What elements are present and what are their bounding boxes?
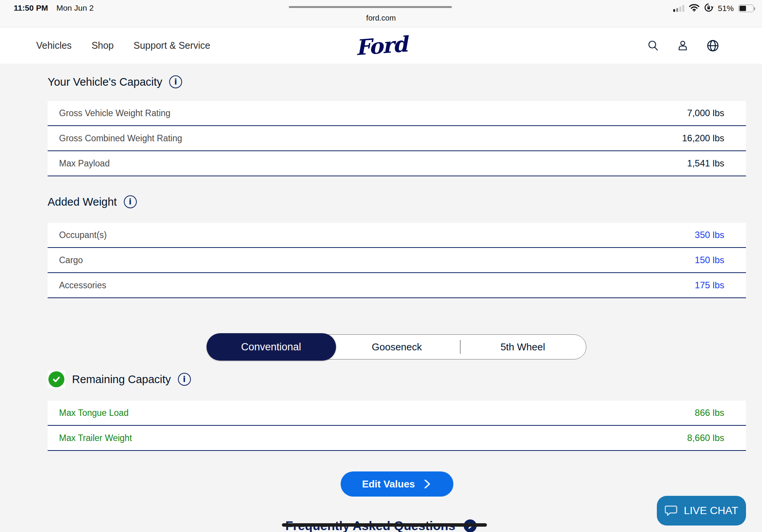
row-value-link[interactable]: 350 lbs — [695, 230, 724, 240]
vehicle-capacity-header: Your Vehicle's Capacity i — [48, 74, 746, 89]
row-value: 8,660 lbs — [687, 433, 724, 443]
status-time: 11:50 PM — [14, 3, 48, 13]
wifi-icon — [689, 3, 700, 13]
row-label: Max Tongue Load — [59, 408, 128, 418]
row-value-link[interactable]: 150 lbs — [695, 255, 724, 265]
row-value: 866 lbs — [695, 407, 724, 418]
chevron-right-icon — [423, 479, 432, 489]
remaining-capacity-table: Max Tongue Load 866 lbs Max Trailer Weig… — [48, 401, 746, 451]
status-icons: 51% — [673, 3, 754, 14]
battery-percent: 51% — [718, 4, 734, 13]
nav-item-shop[interactable]: Shop — [91, 40, 114, 51]
address-bar[interactable]: ford.com — [0, 14, 762, 22]
success-check-icon — [48, 371, 65, 388]
toggle-option-5th-wheel[interactable]: 5th Wheel — [460, 335, 586, 359]
remaining-capacity-header: Remaining Capacity i — [48, 371, 746, 388]
row-label: Cargo — [59, 255, 83, 265]
table-row: Max Tongue Load 866 lbs — [48, 401, 746, 426]
battery-icon — [738, 5, 754, 12]
row-label: Occupant(s) — [59, 230, 107, 240]
status-time-date: 11:50 PM Mon Jun 2 — [14, 3, 94, 13]
vehicle-capacity-title: Your Vehicle's Capacity — [48, 74, 162, 89]
vehicle-capacity-table: Gross Vehicle Weight Rating 7,000 lbs Gr… — [48, 101, 746, 176]
table-row: Gross Vehicle Weight Rating 7,000 lbs — [48, 101, 746, 126]
table-row: Accessories 175 lbs — [48, 273, 746, 298]
tab-drag-handle[interactable] — [289, 6, 452, 8]
info-icon[interactable]: i — [124, 195, 137, 208]
toggle-option-gooseneck[interactable]: Gooseneck — [334, 335, 460, 359]
site-navbar: Vehicles Shop Support & Service Ford — [0, 27, 762, 64]
chat-bubble-icon — [665, 505, 679, 517]
row-value: 16,200 lbs — [682, 133, 724, 144]
row-value: 1,541 lbs — [687, 158, 724, 169]
row-value-link[interactable]: 175 lbs — [695, 280, 724, 291]
added-weight-title: Added Weight — [48, 194, 117, 209]
table-row: Cargo 150 lbs — [48, 248, 746, 273]
row-label: Max Payload — [59, 158, 110, 169]
account-icon[interactable] — [677, 40, 689, 52]
edit-values-button[interactable]: Edit Values — [341, 471, 453, 497]
row-label: Gross Combined Weight Rating — [59, 133, 182, 144]
nav-icons — [647, 27, 719, 64]
table-row: Max Trailer Weight 8,660 lbs — [48, 426, 746, 451]
row-label: Max Trailer Weight — [59, 433, 132, 443]
row-label: Gross Vehicle Weight Rating — [59, 108, 170, 118]
faq-divider-line — [282, 523, 487, 527]
toggle-divider — [460, 340, 461, 354]
nav-item-vehicles[interactable]: Vehicles — [36, 40, 72, 51]
safari-top-bar: 11:50 PM Mon Jun 2 ford.com 51% — [0, 0, 762, 27]
page-content: Your Vehicle's Capacity i Gross Vehicle … — [48, 64, 746, 497]
table-row: Gross Combined Weight Rating 16,200 lbs — [48, 126, 746, 151]
globe-icon[interactable] — [706, 39, 719, 52]
live-chat-button[interactable]: LIVE CHAT — [657, 496, 746, 526]
cellular-signal-icon — [673, 5, 684, 12]
table-row: Max Payload 1,541 lbs — [48, 151, 746, 176]
row-value: 7,000 lbs — [687, 108, 724, 118]
search-icon[interactable] — [647, 40, 659, 52]
added-weight-table: Occupant(s) 350 lbs Cargo 150 lbs Access… — [48, 223, 746, 298]
orientation-lock-icon — [704, 3, 713, 14]
table-row: Occupant(s) 350 lbs — [48, 223, 746, 248]
added-weight-header: Added Weight i — [48, 194, 746, 209]
info-icon[interactable]: i — [178, 373, 191, 386]
status-date: Mon Jun 2 — [56, 3, 94, 13]
remaining-capacity-title: Remaining Capacity — [72, 372, 171, 387]
hitch-type-toggle: Gooseneck 5th Wheel Conventional — [208, 334, 586, 359]
toggle-option-conventional-selected[interactable]: Conventional — [207, 333, 336, 361]
nav-menu: Vehicles Shop Support & Service — [36, 27, 210, 64]
row-label: Accessories — [59, 280, 106, 291]
info-icon[interactable]: i — [169, 75, 182, 88]
nav-item-support-service[interactable]: Support & Service — [134, 40, 211, 51]
